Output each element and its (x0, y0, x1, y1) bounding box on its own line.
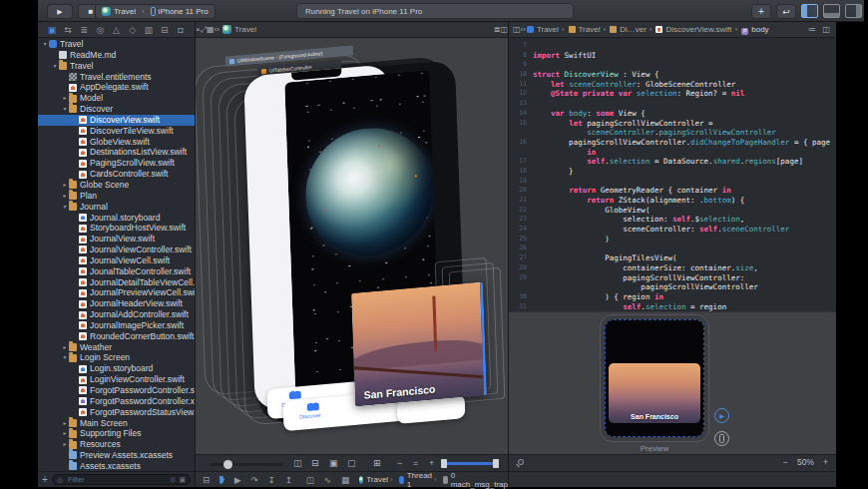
code-line[interactable]: 7 (509, 41, 836, 51)
symbol-navigator-icon[interactable]: ≣ (78, 25, 90, 35)
tree-item[interactable]: JournalView.swift (38, 234, 195, 244)
breadcrumb-item[interactable]: Travel (579, 25, 601, 34)
orient-front-icon[interactable]: ◫ (293, 458, 302, 469)
code-line[interactable]: 24 sceneController: self.sceneController (509, 225, 836, 235)
code-line[interactable]: 26 (509, 244, 836, 253)
tree-item[interactable]: JournalImagePicker.swift (38, 320, 195, 331)
debug-memory-graph-icon[interactable]: ∿ (324, 475, 331, 485)
disclosure-icon[interactable]: ▸ (61, 180, 69, 191)
tree-item[interactable]: ▾Travel (38, 61, 195, 72)
zoom-in-button[interactable]: + (823, 457, 828, 467)
tree-item[interactable]: ▸Plan (38, 191, 195, 202)
add-file-button[interactable]: + (42, 474, 48, 485)
tree-item[interactable]: ▾Travel (38, 39, 195, 50)
disclosure-icon[interactable]: ▾ (61, 352, 69, 363)
tree-item[interactable]: ▸Supporting Files (38, 428, 195, 439)
code-line[interactable]: pagingScrollViewController (509, 282, 836, 292)
code-line[interactable]: 19 (509, 177, 836, 187)
tree-item[interactable]: JournalDetailTableViewCell.swift (38, 277, 195, 288)
zoom-out-button[interactable]: − (783, 457, 788, 467)
recent-files-icon[interactable]: ⊙ (171, 476, 177, 484)
test-navigator-icon[interactable]: ◇ (127, 25, 139, 35)
tree-item[interactable]: ▸Main Screen (38, 418, 195, 429)
source-code-editor[interactable]: 78import SwiftUI910struct DiscoverView :… (509, 38, 836, 311)
code-line[interactable]: in (509, 148, 836, 158)
debug-jump-frame[interactable]: 0 mach_msg_trap (451, 471, 508, 489)
earth-globe[interactable] (303, 123, 435, 261)
zoom-in-icon[interactable]: + (429, 458, 434, 469)
report-navigator-icon[interactable]: ◘ (175, 25, 187, 35)
breadcrumb-item[interactable]: body (751, 25, 768, 34)
breadcrumb-item[interactable]: Di…ver (620, 25, 647, 34)
continue-execution-icon[interactable]: ▶ (234, 475, 241, 485)
tree-item[interactable]: DiscoverView.swift (38, 115, 195, 126)
add-editor-icon[interactable]: ◫ (822, 25, 830, 34)
view-hierarchy-canvas[interactable]: UIWindowScene - (Foreground Active) UITa… (196, 38, 508, 454)
debug-navigator-icon[interactable]: ▥ (143, 25, 155, 35)
step-over-icon[interactable]: ↷ (250, 475, 257, 485)
tree-item[interactable]: DestinationsListView.swift (38, 147, 195, 158)
disclosure-icon[interactable]: ▾ (61, 104, 69, 115)
tree-item[interactable]: JournalViewCell.swift (38, 255, 195, 266)
toggle-navigator-panel-button[interactable] (801, 4, 818, 18)
device-bezels-icon[interactable]: ▦ (207, 25, 215, 34)
breakpoints-toggle[interactable] (219, 476, 224, 484)
code-line[interactable]: 25 ) (509, 235, 836, 244)
tree-item[interactable]: ForgotPasswordController.xib (38, 396, 195, 407)
preview-device-frame[interactable]: San Francisco (600, 314, 709, 442)
minimap-icon[interactable]: ≔ (807, 25, 815, 34)
scheme-selector[interactable]: Travel › iPhone 11 Pro (95, 4, 216, 19)
tree-item[interactable]: ▸Resources (38, 439, 195, 450)
tree-item[interactable]: Assets.xcassets (38, 461, 195, 471)
tree-item[interactable]: StoryboardHostView.swift (38, 223, 195, 234)
tree-item[interactable]: Journal.storyboard (38, 213, 195, 224)
forward-icon[interactable]: › (217, 25, 219, 34)
code-line[interactable]: 9 (509, 60, 836, 70)
range-handle-right[interactable] (493, 459, 499, 468)
assistant-icon[interactable]: ◫ (500, 25, 508, 34)
san-francisco-card-layer[interactable]: San Francisco (351, 281, 487, 406)
show-clipped-content-icon[interactable]: ⊟ (311, 458, 319, 469)
source-control-status-icon[interactable]: ▣ (179, 476, 186, 484)
code-line[interactable]: 22 GlobeView( (509, 206, 836, 216)
tree-item[interactable]: ▾Journal (38, 202, 195, 213)
code-line[interactable]: 23 selection: self.$selection, (509, 215, 836, 225)
issue-navigator-icon[interactable]: △ (111, 25, 123, 35)
disclosure-icon[interactable]: ▾ (51, 61, 59, 72)
code-line[interactable]: 31 self.selection = region (509, 302, 836, 311)
tree-item[interactable]: ForgotPasswordController.swift (38, 385, 195, 396)
tree-item[interactable]: PagingScrollView.swift (38, 158, 195, 169)
tree-item[interactable]: ForgotPasswordStatusView.swift (38, 407, 195, 418)
filter-input[interactable] (66, 474, 168, 485)
code-line[interactable]: 11 let sceneController: GlobeSceneContro… (509, 80, 836, 90)
code-line[interactable]: 27 PagingTilesView( (509, 253, 836, 263)
code-line[interactable]: 8import SwiftUI (509, 51, 836, 61)
code-line[interactable]: 30 ) { region in (509, 292, 836, 302)
code-line[interactable]: 12 @State private var selection: Region?… (509, 89, 836, 99)
code-line[interactable]: 10struct DiscoverView : View { (509, 70, 836, 80)
show-constraints-icon[interactable]: ▣ (329, 458, 338, 469)
breakpoint-navigator-icon[interactable]: ⊟ (159, 25, 171, 35)
disclosure-icon[interactable]: ▾ (61, 202, 69, 213)
tree-item[interactable]: ▸Model (38, 93, 195, 104)
code-line[interactable]: 29 pagingScrollViewController: (509, 273, 836, 283)
code-line[interactable]: 18 } (509, 167, 836, 177)
layer-range-slider[interactable] (443, 462, 497, 465)
slider-knob[interactable] (223, 460, 232, 469)
canvas-grid-icon[interactable]: ⊞ (373, 458, 381, 469)
breadcrumb-item[interactable]: DiscoverView.swift (665, 25, 731, 34)
tree-item[interactable]: DiscoverTileView.swift (38, 126, 195, 137)
tree-item[interactable]: RoundedCornerButton.swift (38, 331, 195, 342)
debug-jump-thread[interactable]: Thread 1 (407, 471, 432, 489)
live-preview-button[interactable]: ▶ (714, 408, 729, 423)
tree-item[interactable]: ▸Weather (38, 342, 195, 353)
code-line[interactable]: 28 containerSize: container.size, (509, 263, 836, 273)
code-line[interactable]: 20 return GeometryReader { container in (509, 186, 836, 196)
run-button[interactable]: ▶ (47, 4, 73, 19)
step-out-icon[interactable]: ↥ (285, 475, 292, 485)
tree-item[interactable]: JournalViewController.swift (38, 244, 195, 255)
step-into-icon[interactable]: ↧ (268, 475, 275, 485)
tree-item[interactable]: GlobeView.swift (38, 137, 195, 148)
disclosure-icon[interactable]: ▸ (61, 93, 69, 104)
range-handle-left[interactable] (441, 459, 447, 468)
